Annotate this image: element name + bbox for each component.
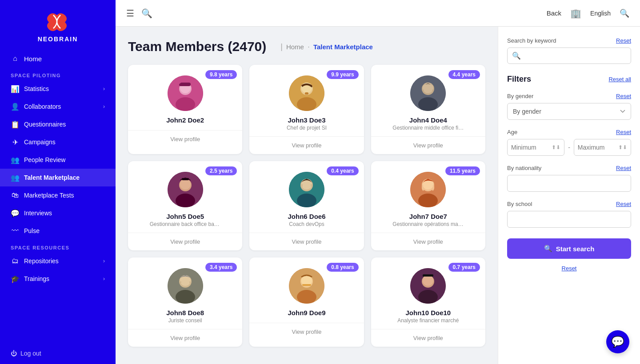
view-profile-button[interactable]: View profile [292, 328, 322, 335]
nationality-reset-link[interactable]: Reset [616, 165, 631, 171]
sidebar-item-pulse[interactable]: 〰 Pulse [0, 222, 116, 240]
repositories-icon: 🗂 [11, 257, 20, 265]
years-badge: 9.9 years [327, 70, 358, 79]
years-badge: 0.4 years [327, 166, 358, 175]
reset-all-link[interactable]: Reset all [608, 76, 631, 83]
team-member-card: 2.5 years John5 Doe5 [128, 161, 242, 250]
filter-panel: Search by keyword Reset 🔍 Filters Reset … [498, 27, 640, 364]
sidebar-label-marketplace-tests: Marketplace Tests [24, 192, 74, 199]
card-role: Coach devOps [289, 221, 324, 227]
nationality-input[interactable] [507, 175, 631, 192]
content-area: Team Members (2470) | Home · Talent Mark… [116, 27, 640, 364]
years-badge: 4.4 years [448, 70, 480, 79]
svg-point-2 [176, 97, 195, 111]
view-profile-button[interactable]: View profile [413, 238, 443, 245]
home-icon: ⌂ [11, 54, 20, 63]
team-member-card: 9.9 years John3 Doe3 [249, 65, 364, 154]
avatar [289, 268, 324, 304]
years-badge: 9.8 years [205, 70, 237, 79]
sidebar-item-collaborators[interactable]: 👤 Collaborators › [0, 98, 116, 115]
breadcrumb-current[interactable]: Talent Marketplace [313, 43, 373, 51]
team-member-card: 4.4 years Joh [371, 65, 485, 154]
search-button-icon: 🔍 [544, 245, 552, 253]
sidebar-label-trainings: Trainings [24, 275, 49, 282]
age-filter-label: Age [507, 129, 517, 135]
svg-point-14 [423, 83, 433, 93]
page-title: Team Members (2470) [128, 39, 266, 54]
sidebar-item-trainings[interactable]: 🎓 Trainings › [0, 270, 116, 288]
view-profile-button[interactable]: View profile [413, 142, 443, 149]
sidebar-label-repositories: Repositories [24, 257, 59, 265]
statistics-icon: 📊 [11, 84, 20, 93]
card-name: John10 Doe10 [405, 309, 451, 317]
sidebar-item-repositories[interactable]: 🗂 Repositories › [0, 252, 116, 270]
topbar-right-search-icon[interactable]: 🔍 [620, 8, 629, 18]
sidebar-item-marketplace-tests[interactable]: 🛍 Marketplace Tests [0, 186, 116, 204]
menu-icon[interactable]: ☰ [126, 8, 134, 19]
years-badge: 0.7 years [448, 263, 480, 272]
sidebar-item-statistics[interactable]: 📊 Statistics › [0, 80, 116, 98]
talent-marketplace-icon: 👥 [11, 173, 20, 182]
logout-button[interactable]: ⏻ Log out [0, 343, 116, 364]
years-badge: 3.4 years [205, 263, 237, 272]
center-content: Team Members (2470) | Home · Talent Mark… [116, 27, 498, 364]
school-input[interactable] [507, 211, 631, 228]
svg-point-40 [423, 275, 433, 286]
nationality-filter-label: By nationality [507, 165, 541, 171]
view-profile-button[interactable]: View profile [292, 238, 322, 245]
breadcrumb-home[interactable]: Home [286, 43, 304, 51]
back-button[interactable]: Back [547, 9, 561, 17]
language-selector[interactable]: English [590, 10, 611, 17]
team-member-card: 9.8 years John2 Doe2 [128, 65, 242, 154]
neobrain-logo-icon [44, 11, 71, 33]
svg-point-39 [418, 290, 438, 304]
age-reset-link[interactable]: Reset [616, 129, 631, 135]
age-min-input[interactable] [511, 144, 547, 151]
avatar [410, 268, 446, 304]
sidebar-item-people-review[interactable]: 👥 People Review [0, 151, 116, 169]
keyword-reset-link[interactable]: Reset [616, 37, 631, 44]
gender-reset-link[interactable]: Reset [616, 93, 631, 99]
svg-rect-19 [182, 178, 189, 180]
card-role: Gestionnaire middle office finan… [392, 125, 464, 131]
chat-bubble-button[interactable]: 💬 [606, 330, 629, 353]
chevron-icon: › [103, 258, 105, 264]
card-name: John7 Doe7 [409, 213, 447, 220]
org-icon[interactable]: 🏢 [570, 8, 581, 19]
card-name: John9 Doe9 [288, 309, 325, 317]
cards-grid: 9.8 years John2 Doe2 [128, 65, 485, 347]
logo-text: NEOBRAIN [38, 36, 78, 43]
avatar [289, 172, 324, 207]
svg-point-23 [301, 179, 312, 190]
age-max-input[interactable] [578, 144, 613, 151]
view-profile-button[interactable]: View profile [292, 142, 322, 149]
topbar-search-icon[interactable]: 🔍 [141, 8, 152, 19]
view-profile-button[interactable]: View profile [170, 136, 200, 142]
school-reset-link[interactable]: Reset [616, 201, 631, 207]
view-profile-button[interactable]: View profile [170, 238, 200, 245]
view-profile-button[interactable]: View profile [170, 335, 200, 341]
gender-select[interactable]: By gender [507, 103, 631, 120]
card-name: John6 Doe6 [288, 213, 325, 220]
svg-point-17 [176, 194, 195, 207]
view-profile-button[interactable]: View profile [413, 335, 443, 341]
svg-point-22 [297, 194, 316, 207]
age-dash: - [568, 144, 570, 151]
start-search-button[interactable]: 🔍 Start search [507, 238, 631, 259]
avatar [410, 75, 446, 111]
sidebar-label-statistics: Statistics [24, 85, 49, 92]
sidebar-item-talent-marketplace[interactable]: 👥 Talent Marketplace [0, 169, 116, 186]
start-search-label: Start search [556, 245, 595, 253]
bottom-reset-link[interactable]: Reset [562, 265, 577, 272]
card-role: Gestionnaire back office bancaire [150, 221, 221, 227]
sidebar-item-campaigns[interactable]: ✈ Campaigns [0, 133, 116, 151]
sidebar-label-campaigns: Campaigns [24, 138, 56, 146]
svg-point-30 [176, 290, 195, 304]
card-role: Chef de projet SI [287, 125, 327, 131]
sidebar-item-interviews[interactable]: 💬 Interviews [0, 204, 116, 222]
sidebar-item-questionnaires[interactable]: 📋 Questionnaires [0, 115, 116, 133]
svg-point-8 [297, 97, 316, 111]
sidebar-item-home[interactable]: ⌂ Home [0, 50, 116, 67]
keyword-search-input[interactable] [524, 52, 626, 59]
team-member-card: 0.4 years Joh [249, 161, 364, 250]
